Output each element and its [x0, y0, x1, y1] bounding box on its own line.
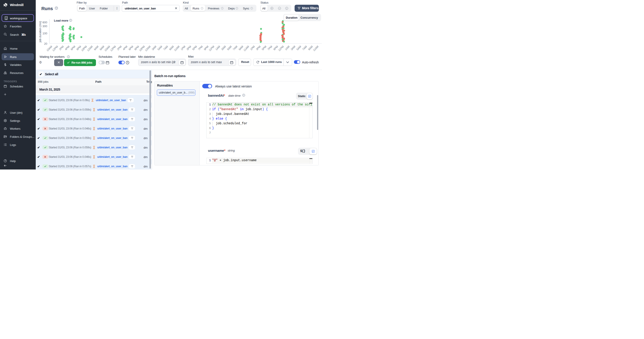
svg-text:11PM: 11PM: [278, 45, 284, 52]
svg-text:7AM: 7AM: [302, 45, 308, 51]
svg-text:20: 20: [44, 42, 47, 46]
svg-text:4PM: 4PM: [64, 45, 70, 51]
svg-text:3AM: 3AM: [221, 45, 227, 51]
svg-text:12AM: 12AM: [86, 45, 93, 52]
svg-text:6AM: 6AM: [93, 45, 99, 51]
svg-text:5AM: 5AM: [296, 45, 302, 51]
svg-text:100: 100: [42, 32, 47, 35]
svg-text:5AM: 5AM: [157, 45, 163, 51]
svg-text:1PM: 1PM: [180, 45, 186, 51]
svg-text:300: 300: [42, 25, 47, 28]
svg-text:10PM: 10PM: [81, 45, 88, 52]
svg-text:3AM: 3AM: [290, 45, 296, 51]
svg-text:12PM: 12PM: [110, 45, 116, 52]
svg-text:12AM: 12AM: [144, 45, 151, 52]
svg-text:5AM: 5AM: [226, 45, 232, 51]
svg-text:1PM: 1PM: [250, 45, 256, 51]
svg-text:7AM: 7AM: [232, 45, 238, 51]
svg-text:6PM: 6PM: [128, 45, 134, 51]
svg-text:5PM: 5PM: [261, 45, 267, 51]
svg-text:5PM: 5PM: [192, 45, 198, 51]
svg-text:1AM: 1AM: [215, 45, 221, 51]
svg-text:7PM: 7PM: [267, 45, 273, 51]
svg-text:3AM: 3AM: [151, 45, 157, 51]
svg-text:2PM: 2PM: [116, 45, 122, 51]
svg-text:3PM: 3PM: [255, 45, 261, 51]
svg-text:11AM: 11AM: [243, 45, 250, 52]
svg-text:7AM: 7AM: [163, 45, 169, 51]
svg-text:4PM: 4PM: [122, 45, 128, 51]
svg-text:10AM: 10AM: [46, 45, 53, 52]
svg-text:10PM: 10PM: [138, 45, 146, 52]
svg-text:600: 600: [42, 21, 47, 24]
svg-text:11AM: 11AM: [312, 45, 319, 52]
svg-text:11PM: 11PM: [208, 45, 215, 52]
svg-text:1AM: 1AM: [284, 45, 290, 51]
svg-text:10AM: 10AM: [104, 45, 111, 52]
svg-text:2PM: 2PM: [58, 45, 64, 51]
svg-text:12PM: 12PM: [52, 45, 59, 52]
svg-text:7PM: 7PM: [197, 45, 203, 51]
svg-text:3PM: 3PM: [186, 45, 192, 51]
svg-text:6PM: 6PM: [70, 45, 76, 51]
svg-text:11AM: 11AM: [174, 45, 180, 52]
svg-text:job duration (ms): job duration (ms): [38, 21, 42, 43]
